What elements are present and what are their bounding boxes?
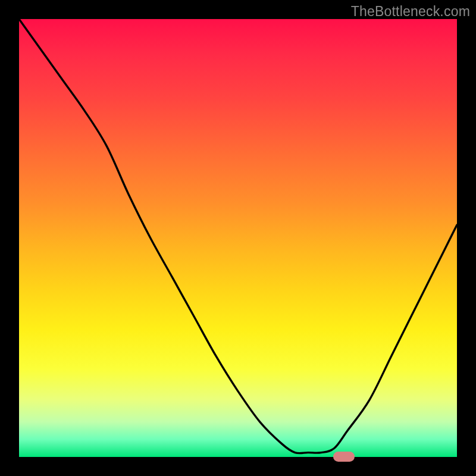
chart-frame: TheBottleneck.com (0, 0, 476, 476)
bottleneck-curve (19, 19, 457, 457)
optimum-marker (333, 452, 355, 462)
watermark-text: TheBottleneck.com (351, 4, 470, 20)
